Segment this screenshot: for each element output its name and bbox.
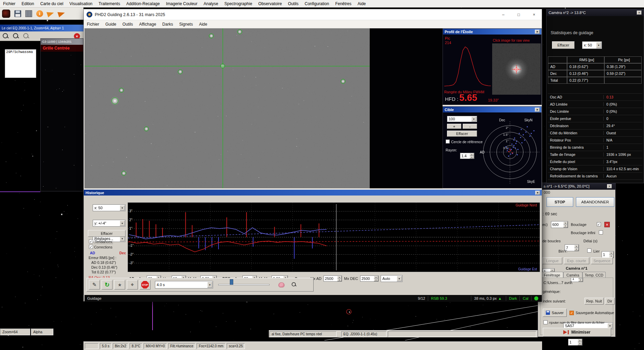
guide-star-ring-4[interactable]: [119, 88, 124, 93]
phd2-menu-1[interactable]: Guide: [102, 21, 119, 28]
guide-star-ring-2[interactable]: [237, 29, 242, 34]
star-profile-close-icon[interactable]: ×: [535, 30, 540, 34]
guide-star-ring-7[interactable]: [121, 171, 126, 176]
menu-item-6[interactable]: Imagerie Couleur: [163, 0, 200, 7]
star-profile-titlebar[interactable]: Profil de l'Étoile ×: [443, 29, 541, 35]
max-dec-spinner[interactable]: 2500▲▼: [360, 275, 379, 282]
zoom-out-icon[interactable]: [23, 32, 30, 40]
stats-scale-combo[interactable]: x: 50▼: [582, 41, 602, 49]
night-folder-button[interactable]: Rep. Nuit: [584, 298, 604, 305]
stop-guiding-button[interactable]: STOP: [140, 280, 150, 290]
history-titlebar[interactable]: Historique ×: [84, 190, 542, 196]
camera1-close-icon[interactable]: ×: [607, 184, 612, 188]
exposure-duration-combo[interactable]: 4.0 s▼: [155, 281, 213, 288]
loop-stop-icon[interactable]: ×: [604, 222, 610, 227]
menu-item-4[interactable]: Traitements: [95, 0, 123, 7]
stats-clear-button[interactable]: Effacer: [552, 41, 575, 49]
star-inspect-button[interactable]: [289, 280, 300, 290]
menu-item-3[interactable]: Visualisation: [66, 0, 95, 7]
guide-button[interactable]: ⌖: [127, 280, 138, 290]
tab-temp-ccd[interactable]: Temp. CCD: [582, 272, 606, 278]
info-icon[interactable]: i: [36, 10, 43, 17]
menu-item-8[interactable]: Spectrographie: [221, 0, 255, 7]
comet-tool-icon-2[interactable]: [57, 10, 66, 17]
advanced-settings-button[interactable]: [276, 280, 287, 290]
minimize-panel-button[interactable]: Minimiser: [543, 328, 611, 337]
history-close-icon[interactable]: ×: [535, 191, 540, 195]
menu-item-0[interactable]: Fichier: [0, 0, 18, 7]
tab-fenetrage[interactable]: Fenêtrage: [541, 272, 563, 278]
dir-button[interactable]: Dir: [605, 298, 615, 305]
phd2-menu-0[interactable]: Fichier: [84, 21, 102, 28]
maximize-button[interactable]: □: [511, 9, 526, 20]
zoom-mode-icon[interactable]: [12, 32, 20, 40]
menu-item-1[interactable]: Edition: [18, 0, 37, 7]
phd2-menu-3[interactable]: Affichage: [136, 21, 159, 28]
bin-link-checkbox[interactable]: [587, 248, 591, 253]
menu-item-5[interactable]: Addition-Recalage: [123, 0, 163, 7]
menu-item-2[interactable]: Carte du ciel: [37, 0, 66, 7]
phd2-menu-2[interactable]: Outils: [119, 21, 136, 28]
save-button[interactable]: Sauver: [543, 309, 567, 317]
guide-star-ring-0[interactable]: [220, 64, 225, 68]
guide-star-ring-1[interactable]: [209, 33, 214, 38]
menu-item-9[interactable]: Observatoire: [255, 0, 285, 7]
stats-titlebar[interactable]: Caméra n°2 -> 13.8°C ×: [547, 9, 644, 16]
guide-star-ring-6[interactable]: [144, 126, 149, 131]
g3-camera-window[interactable]: G3-11000 | 1344x201 Grille Centrée: [40, 38, 83, 191]
connect-equipment-button[interactable]: ✎: [89, 280, 100, 290]
loop-checkbox[interactable]: ✓: [597, 222, 601, 226]
tab-camera[interactable]: Caméra: [563, 272, 582, 278]
menu-item-10[interactable]: Outils: [285, 0, 302, 7]
target-zoom-in-button[interactable]: +: [447, 124, 461, 129]
save-icon[interactable]: [14, 10, 21, 17]
target-close-icon[interactable]: ×: [535, 108, 540, 112]
autosave-checkbox[interactable]: ✓: [569, 311, 574, 315]
sky-window-titlebar[interactable]: Le ciel EQ.2000-1-1, Zoom=64, Alpha= 1: [0, 25, 83, 31]
target-zoom-out-button[interactable]: -: [463, 124, 477, 129]
guide-star-ring-8[interactable]: [341, 79, 345, 84]
long-exposure-button[interactable]: Longue: [542, 257, 562, 264]
star-thumbnail[interactable]: [492, 43, 541, 95]
exposure-spinner[interactable]: 600▲▼: [551, 221, 568, 228]
corrections-checkbox[interactable]: ✓: [89, 245, 93, 249]
history-xscale-combo[interactable]: x: 50▼: [93, 204, 126, 211]
phd2-menu-6[interactable]: Aide: [196, 21, 210, 28]
phd2-menu-4[interactable]: Darks: [159, 21, 176, 28]
g3-window-titlebar[interactable]: G3-11000 | 1344x201: [41, 39, 83, 45]
menu-item-12[interactable]: Fenêtres: [332, 0, 354, 7]
menu-item-13[interactable]: Aide: [355, 0, 369, 7]
zoom-in-icon[interactable]: [2, 32, 10, 40]
guide-star-ring-3[interactable]: [178, 69, 183, 74]
close-button[interactable]: ×: [526, 9, 542, 20]
minimize-button[interactable]: –: [496, 9, 511, 20]
ref-circle-checkbox[interactable]: [446, 139, 450, 144]
delay-spinner[interactable]: 1▲▼: [602, 251, 614, 258]
target-titlebar[interactable]: Cible ×: [443, 107, 541, 112]
stop-button[interactable]: STOP: [547, 197, 573, 207]
target-clear-button[interactable]: Effacer: [447, 131, 477, 137]
history-yscale-combo[interactable]: y: +/-4"▼: [93, 220, 126, 227]
target-zoom-combo[interactable]: 100▼: [447, 116, 477, 122]
menu-item-11[interactable]: Configuration: [302, 0, 332, 7]
guide-camera-image[interactable]: [84, 28, 370, 188]
stats-close-icon[interactable]: ×: [637, 11, 642, 15]
next-index-spinner[interactable]: 1▲▼: [568, 339, 582, 346]
sequence-button[interactable]: Sequence: [591, 257, 613, 264]
stretch-slider[interactable]: [218, 282, 270, 288]
max-ra-spinner[interactable]: 2500▲▼: [324, 275, 342, 282]
image-tool-icon[interactable]: [25, 10, 32, 17]
auto-select-star-button[interactable]: ★: [114, 280, 125, 290]
add-filter-checkbox[interactable]: [543, 320, 548, 324]
phd2-menu-5[interactable]: Signets: [176, 21, 196, 28]
comet-tool-icon[interactable]: [47, 10, 55, 17]
camera1-titlebar[interactable]: a n°1 -> 6.5°C [0%, 20.0°C] ×: [538, 183, 615, 190]
slider-handle[interactable]: [230, 279, 233, 285]
app-logo-icon[interactable]: [2, 10, 10, 18]
dec-mode-combo[interactable]: Auto▼: [381, 275, 403, 282]
menu-item-7[interactable]: Analyse: [200, 0, 221, 7]
guide-star-ring-5[interactable]: [111, 97, 118, 104]
loop-infinite-checkbox[interactable]: [599, 230, 603, 234]
short-exposure-button[interactable]: Exp. courte: [564, 257, 589, 264]
phd2-titlebar[interactable]: PHD2 Guiding 2.6.13 - 31 mars 2025 – □ ×: [84, 9, 542, 20]
